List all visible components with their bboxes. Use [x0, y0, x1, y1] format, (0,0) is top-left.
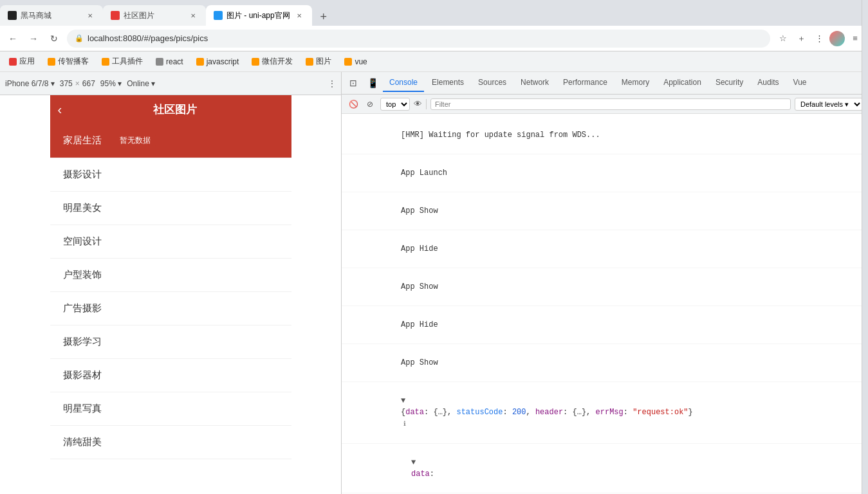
sidebar-item-photo-learn[interactable]: 摄影学习: [50, 325, 291, 359]
hide2-text: App Hide: [401, 320, 438, 329]
eye-icon[interactable]: 👁: [414, 99, 422, 109]
console-line-object[interactable]: ▼ {data: {…}, statusCode: 200, header: {…: [342, 382, 868, 444]
url-text: localhost:8080/#/pages/pics/pics: [88, 33, 762, 43]
bookmark-label-vue: vue: [355, 57, 367, 66]
console-line-show3: App Show: [342, 344, 868, 382]
bookmark-icon-vue: [344, 58, 352, 66]
bookmark-wechat[interactable]: 微信开发: [248, 55, 297, 68]
resize-handle[interactable]: [862, 0, 868, 494]
context-select[interactable]: top: [380, 98, 410, 111]
tab-performance[interactable]: Performance: [557, 74, 614, 92]
tab-community[interactable]: 社区图片 ✕: [103, 5, 206, 26]
sidebar-label-ad-photo: 广告摄影: [63, 302, 102, 315]
online-select[interactable]: Online ▾: [127, 79, 155, 88]
url-bar[interactable]: 🔒 localhost:8080/#/pages/pics/pics: [67, 30, 770, 48]
tab-memory[interactable]: Memory: [615, 74, 656, 92]
sidebar-item-home[interactable]: 家居生活 暂无数据: [50, 124, 291, 158]
devtools-panel: ⊡ 📱 Console Elements Sources Network Per…: [341, 72, 868, 494]
bookmark-star-icon[interactable]: ☆: [775, 31, 791, 46]
console-line-data-key[interactable]: ▼ data:: [342, 444, 868, 493]
sidebar-item-pure-sweet[interactable]: 清纯甜美: [50, 426, 291, 459]
bookmarks-bar: 应用 传智播客 工具插件 react javascript 微信开发 图片 v: [0, 51, 868, 72]
reload-button[interactable]: ↻: [46, 31, 62, 46]
tab-vue[interactable]: Vue: [787, 74, 813, 92]
tab-elements[interactable]: Elements: [425, 74, 470, 92]
bookmark-label-javascript: javascript: [207, 57, 239, 66]
bookmark-icon-react: [156, 58, 163, 66]
main-content: iPhone 6/7/8 ▾ 375 × 667 95% ▾ Online ▾ …: [0, 72, 868, 494]
bookmark-vue[interactable]: vue: [340, 56, 371, 68]
tab-close-community[interactable]: ✕: [188, 10, 198, 21]
tab-close-uniapp[interactable]: ✕: [294, 10, 304, 21]
bookmark-label-apps: 应用: [19, 56, 35, 67]
tab-bar: 黑马商城 ✕ 社区图片 ✕ 图片 - uni-app官网 ✕ +: [0, 0, 868, 26]
sidebar-item-celebrity[interactable]: 明星美女: [50, 192, 291, 225]
tab-console[interactable]: Console: [383, 74, 424, 92]
filter-bar-sep: [426, 99, 427, 109]
tab-security[interactable]: Security: [709, 74, 750, 92]
back-button[interactable]: ←: [5, 31, 21, 46]
tab-label-uniapp: 图片 - uni-app官网: [226, 10, 290, 21]
show2-text: App Show: [401, 282, 438, 291]
new-tab-button[interactable]: +: [315, 8, 333, 26]
device-select[interactable]: iPhone 6/7/8 ▾: [5, 79, 55, 88]
hmr-text: [HMR] Waiting for update signal from WDS…: [401, 131, 600, 140]
sidebar-label-apartment: 户型装饰: [63, 269, 102, 281]
console-filter-icon[interactable]: ⊘: [364, 98, 376, 111]
tab-blackhorse[interactable]: 黑马商城 ✕: [0, 5, 103, 26]
sidebar-list: 家居生活 暂无数据 摄影设计 明星美女 空间设计 户: [50, 124, 291, 459]
bookmark-pics[interactable]: 图片: [302, 55, 335, 68]
forward-button[interactable]: →: [26, 31, 41, 46]
tab-favicon-community: [111, 11, 120, 20]
bookmark-icon-javascript: [196, 58, 204, 66]
profile-avatar[interactable]: [829, 31, 845, 46]
sidebar-item-ad-photo[interactable]: 广告摄影: [50, 292, 291, 325]
tab-audits[interactable]: Audits: [751, 74, 785, 92]
tab-label-blackhorse: 黑马商城: [21, 10, 81, 21]
sidebar-label-pure-sweet: 清纯甜美: [63, 436, 102, 448]
app-back-button[interactable]: ‹: [58, 102, 62, 117]
bookmark-tools[interactable]: 工具插件: [98, 55, 147, 68]
tab-application[interactable]: Application: [657, 74, 708, 92]
console-line-hide1: App Hide: [342, 230, 868, 268]
app-header: ‹ 社区图片: [50, 95, 291, 124]
chrome-menu-icon[interactable]: ≡: [847, 31, 863, 46]
toolbar-more-icon[interactable]: ⋮: [328, 79, 336, 88]
sidebar-item-space[interactable]: 空间设计: [50, 225, 291, 259]
plus-icon[interactable]: ＋: [793, 31, 809, 46]
show3-text: App Show: [401, 358, 438, 367]
bookmark-apps[interactable]: 应用: [5, 55, 39, 68]
zoom-select[interactable]: 95% ▾: [100, 79, 122, 88]
tab-sources[interactable]: Sources: [472, 74, 513, 92]
sidebar-item-photo-equip[interactable]: 摄影器材: [50, 359, 291, 392]
devtools-device-icon[interactable]: 📱: [364, 74, 382, 92]
devtools-inspect-icon[interactable]: ⊡: [344, 74, 362, 92]
console-line-show1: App Show: [342, 192, 868, 230]
mobile-preview: iPhone 6/7/8 ▾ 375 × 667 95% ▾ Online ▾ …: [0, 72, 341, 494]
sidebar-item-photo-design[interactable]: 摄影设计: [50, 158, 291, 192]
bookmark-icon-apps: [9, 58, 17, 66]
hide1-text: App Hide: [401, 244, 438, 253]
devtools-tabs: ⊡ 📱 Console Elements Sources Network Per…: [342, 72, 868, 95]
tab-network[interactable]: Network: [514, 74, 555, 92]
data-colon: :: [430, 470, 434, 479]
no-data-badge: 暂无数据: [115, 134, 156, 147]
sidebar-item-star-photo[interactable]: 明星写真: [50, 392, 291, 426]
console-toolbar: 🚫 ⊘ top 👁 Default levels ▾: [342, 95, 868, 114]
console-line-hmr: [HMR] Waiting for update signal from WDS…: [342, 116, 868, 154]
bookmark-chuanzhi[interactable]: 传智播客: [44, 55, 93, 68]
tab-close-blackhorse[interactable]: ✕: [85, 10, 95, 21]
sidebar-label-home: 家居生活: [63, 134, 102, 147]
level-select[interactable]: Default levels ▾: [795, 98, 863, 111]
bookmark-react[interactable]: react: [152, 56, 187, 68]
sidebar-item-apartment[interactable]: 户型装饰: [50, 259, 291, 292]
bookmark-icon-wechat: [252, 58, 259, 66]
console-clear-icon[interactable]: 🚫: [347, 98, 360, 111]
console-line-launch: App Launch: [342, 154, 868, 192]
filter-input[interactable]: [430, 98, 791, 110]
browser-window: 黑马商城 ✕ 社区图片 ✕ 图片 - uni-app官网 ✕ + ← → ↻ 🔒…: [0, 0, 868, 494]
tab-uniapp[interactable]: 图片 - uni-app官网 ✕: [206, 5, 312, 26]
menu-dots-icon[interactable]: ⋮: [811, 31, 827, 46]
bookmark-javascript[interactable]: javascript: [192, 56, 243, 68]
device-width: 375: [60, 79, 73, 88]
